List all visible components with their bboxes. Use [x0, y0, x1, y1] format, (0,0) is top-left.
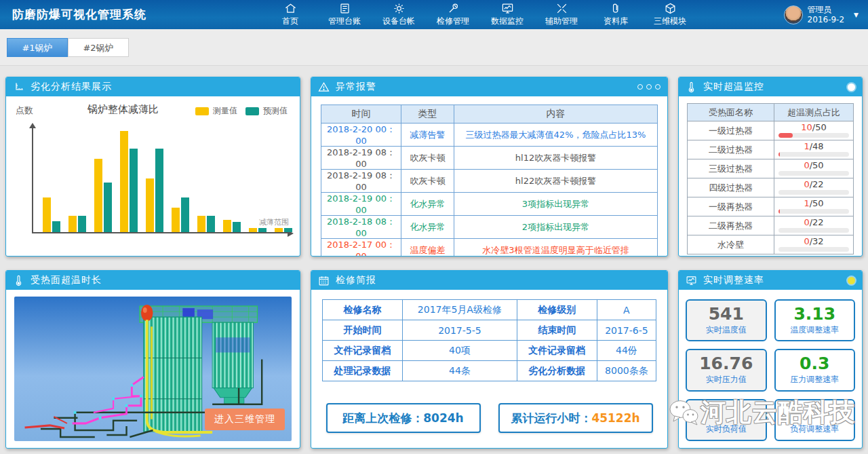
nav-item-gear[interactable]: 设备台帐 [372, 0, 426, 29]
alarm-cell-content: 2项指标出现异常 [454, 216, 658, 239]
maintenance-row: 检修名称2017年5月A级检修检修级别A [323, 300, 656, 320]
nav-item-tools[interactable]: 辅助管理 [534, 0, 589, 29]
legend-swatch [245, 107, 259, 115]
field-label: 处理记录数据 [323, 361, 403, 381]
bar-group [146, 149, 163, 232]
field-value: 8000条条 [597, 361, 656, 381]
bar-measured [146, 178, 154, 232]
field-label: 检修级别 [517, 300, 597, 320]
user-menu[interactable]: 管理员 2016-9-2 ▼ [784, 0, 859, 29]
surface-name: 三级过热器 [688, 159, 774, 178]
overtemp-row: 一级再热器1/50 [688, 197, 854, 216]
surface-name: 四级过热器 [688, 178, 774, 197]
alarm-cell-content: hl12吹灰器卡顿报警 [454, 147, 658, 170]
surface-name: 二级再热器 [688, 216, 774, 235]
bar-predicted [104, 183, 112, 232]
bar-group [223, 220, 241, 232]
nav-label: 设备台帐 [382, 16, 415, 27]
rate-label: 温度调整速率 [790, 324, 839, 336]
alarm-row: 2018-2-19 08：00吹灰卡顿hl12吹灰器卡顿报警 [321, 147, 658, 170]
alarm-cell-time: 2018-2-18 08：00 [321, 216, 401, 239]
chevron-down-icon[interactable]: ▼ [854, 12, 859, 18]
alarm-cell-type: 化水异常 [401, 193, 454, 216]
nav-item-ledger[interactable]: 管理台账 [317, 0, 372, 29]
nav-item-cube[interactable]: 三维模块 [643, 0, 697, 29]
tab-boiler-1[interactable]: #1锅炉 [7, 38, 68, 57]
rate-value: 16.76 [699, 355, 753, 373]
field-value: 44条 [403, 361, 517, 381]
total-run-hours-button[interactable]: 累计运行小时：45122h [498, 403, 653, 433]
panel-title: 检修简报 [336, 274, 376, 286]
user-name: 管理员 [808, 5, 844, 15]
alarm-table: 时间类型内容 2018-2-20 00：00减薄告警三级过热器最大减薄值42%，… [321, 105, 658, 257]
repair-icon [447, 2, 460, 15]
field-value: 44份 [597, 341, 656, 361]
nav-item-repair[interactable]: 检修管理 [426, 0, 480, 29]
panel-title: 受热面超温时长 [31, 274, 102, 286]
rate-card: 541实时温度值 [686, 299, 767, 341]
nav-label: 三维模块 [654, 16, 686, 27]
enter-3d-button[interactable]: 进入三维管理 [205, 409, 285, 430]
nav-item-monitor[interactable]: 数据监控 [480, 0, 534, 29]
overtemp-col-header: 超温测点占比 [774, 104, 854, 121]
overtemp-row: 三级过热器0/50 [688, 159, 854, 178]
overtemp-count: 0 [804, 236, 809, 246]
ratio-bar [778, 133, 849, 138]
alarm-cell-content: hl22吹灰器卡顿报警 [454, 170, 658, 193]
nav-label: 资料库 [604, 16, 628, 27]
ratio-bar [778, 152, 849, 157]
since-last-overhaul-button[interactable]: 距离上次检修：8024h [326, 403, 481, 433]
alarm-row: 2018-2-19 00：00化水异常3项指标出现异常 [321, 193, 658, 216]
bar-measured [249, 228, 257, 232]
rate-value: 0.3 [800, 355, 829, 373]
tab-boiler-2[interactable]: #2锅炉 [68, 38, 129, 57]
nav-item-home[interactable]: 首页 [263, 0, 317, 29]
ratio-bar [778, 171, 849, 176]
overtemp-count: 0 [804, 217, 809, 227]
status-indicator [848, 83, 855, 91]
bar-predicted [78, 216, 86, 232]
stat-value: 45122h [591, 411, 639, 425]
overtemp-count: 1 [804, 198, 809, 208]
panel-maintenance: 检修简报 检修名称2017年5月A级检修检修级别A开始时间2017-5-5结束时… [311, 270, 668, 449]
alarm-row: 2018-2-20 00：00减薄告警三级过热器最大减薄值42%，危险点占比13… [321, 124, 658, 147]
maintenance-table: 检修名称2017年5月A级检修检修级别A开始时间2017-5-5结束时间2017… [322, 299, 656, 381]
alarm-row: 2018-2-18 08：00化水异常2项指标出现异常 [321, 216, 658, 239]
field-value: 2017年5月A级检修 [403, 300, 517, 320]
bar-group [43, 197, 60, 232]
bar-predicted [284, 228, 292, 232]
bar-group [172, 197, 189, 232]
panel-menu-dots[interactable] [637, 84, 660, 90]
legend-label: 预测值 [263, 105, 288, 117]
nav-item-paperclip[interactable]: 资料库 [589, 0, 643, 29]
overtemp-ratio: 1/48 [774, 140, 854, 159]
bar-chart: -55-1010-1515-2020-2525-3030-3535-4040-4… [32, 126, 290, 233]
alarm-row: 2018-2-17 00：00温度偏差水冷壁3根管道温度明显高于临近管排 [321, 239, 658, 257]
cube-icon [664, 2, 677, 15]
panel-degradation: 劣化分析结果展示 点数 锅炉整体减薄比 测量值预测值 -55-1010-1515… [5, 77, 300, 257]
calendar-icon [318, 275, 330, 286]
bar-measured [94, 159, 102, 232]
overtemp-row: 二级再热器0/22 [688, 216, 854, 235]
field-value: 2017-5-5 [403, 320, 517, 341]
chart-ylabel: 点数 [16, 105, 33, 117]
panel-alarms: 异常报警 时间类型内容 2018-2-20 00：00减薄告警三级过热器最大减薄… [311, 77, 668, 257]
bar-predicted [155, 149, 163, 232]
user-date: 2016-9-2 [808, 15, 844, 25]
overtemp-col-header: 受热面名称 [688, 104, 774, 121]
boiler-3d-view[interactable]: 进入三维管理 [14, 297, 292, 441]
monitor-icon [501, 2, 514, 15]
surface-name: 一级再热器 [688, 197, 774, 216]
overtemp-ratio: 0/22 [774, 178, 854, 197]
rate-label: 负荷调整速率 [790, 423, 839, 435]
nav-label: 管理台账 [328, 16, 361, 27]
overtemp-ratio: 0/32 [774, 235, 854, 254]
panel-title: 实时超温监控 [703, 81, 764, 93]
avatar[interactable] [784, 5, 803, 24]
field-value: A [597, 300, 656, 320]
alarm-cell-time: 2018-2-19 00：00 [321, 193, 401, 216]
rate-label: 实时温度值 [706, 324, 747, 336]
alarm-cell-time: 2018-2-17 00：00 [321, 239, 401, 257]
paperclip-icon [610, 2, 623, 15]
point-total: /50 [810, 160, 824, 170]
